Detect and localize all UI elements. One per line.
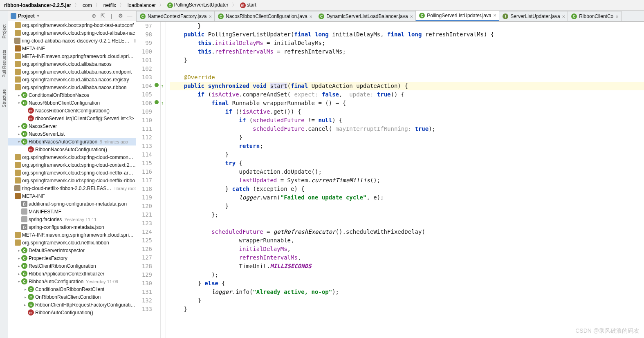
code-line[interactable]: } xyxy=(170,296,644,305)
caret-icon[interactable]: ▸ xyxy=(16,272,21,276)
gutter-marker[interactable] xyxy=(155,83,159,87)
tree-node[interactable]: mRibbonNacosAutoConfiguration() xyxy=(8,145,136,153)
tree-node[interactable]: org.springframework.cloud.alibaba.nacos.… xyxy=(8,68,136,76)
tree-node[interactable]: org.springframework.cloud.alibaba.nacos xyxy=(8,60,136,68)
tree-node[interactable]: ▸CConditionalOnRibbonNacos xyxy=(8,91,136,99)
code-line[interactable]: try { xyxy=(170,159,644,168)
tree-node[interactable]: mNacosRibbonClientConfiguration() xyxy=(8,107,136,114)
tree-node[interactable]: ▸CRestClientRibbonConfiguration xyxy=(8,262,136,270)
breadcrumb-item[interactable]: com xyxy=(82,2,93,8)
code-line[interactable] xyxy=(170,219,644,228)
code-line[interactable]: } xyxy=(170,150,644,159)
tree-node[interactable]: ▸CPropertiesFactory xyxy=(8,254,136,262)
caret-icon[interactable]: ▸ xyxy=(23,287,28,291)
tree-node[interactable]: org.springframework.cloud.alibaba.nacos.… xyxy=(8,76,136,83)
tree-node[interactable]: org.springframework.cloud:spring-cloud-a… xyxy=(8,29,136,37)
tree-node[interactable]: ▸CNacosServer xyxy=(8,122,136,130)
code-line[interactable]: } xyxy=(170,305,644,313)
code-line[interactable]: this.initialDelayMs = initialDelayMs; xyxy=(170,39,644,47)
breadcrumb-item[interactable]: CPollingServerListUpdater xyxy=(166,2,229,8)
code-line[interactable]: public synchronized void start(final Upd… xyxy=(170,82,644,90)
code-line[interactable]: updateAction.doUpdate(); xyxy=(170,168,644,176)
tree-node[interactable]: MANIFEST.MF xyxy=(8,208,136,215)
breadcrumb-item[interactable]: netflix xyxy=(103,2,117,8)
code-line[interactable]: logger.info("Already active, no-op"); xyxy=(170,288,644,296)
code-line[interactable]: scheduledFuture = getRefreshExecutor().s… xyxy=(170,228,644,236)
breadcrumb-item[interactable]: loadbalancer xyxy=(127,2,157,8)
code-line[interactable]: }; xyxy=(170,210,644,219)
close-icon[interactable]: × xyxy=(494,12,497,18)
gutter-marker[interactable] xyxy=(155,100,159,104)
code-line[interactable]: lastUpdated = System.currentTimeMillis()… xyxy=(170,176,644,185)
project-tree[interactable]: org.springframework.boot:spring-boot-tes… xyxy=(8,21,136,338)
code-line[interactable]: initialDelayMs, xyxy=(170,245,644,253)
tree-node[interactable]: org.springframework.cloud.alibaba.nacos.… xyxy=(8,83,136,91)
code-line[interactable]: } xyxy=(170,202,644,210)
tree-node[interactable]: {}spring-configuration-metadata.json xyxy=(8,223,136,231)
vertical-tab[interactable]: Project xyxy=(2,23,7,40)
vertical-tab[interactable]: Pull Requests xyxy=(2,48,7,79)
tree-node[interactable]: org.springframework.cloud:spring-cloud-n… xyxy=(8,177,136,184)
code-line[interactable]: } xyxy=(170,133,644,142)
caret-icon[interactable]: ▸ xyxy=(16,93,21,97)
caret-icon[interactable]: ▸ xyxy=(16,124,21,128)
code-line[interactable]: } xyxy=(170,56,644,65)
close-icon[interactable]: × xyxy=(310,13,313,20)
tree-node[interactable]: ▸CRibbonClientHttpRequestFactoryConfigur… xyxy=(8,301,136,309)
caret-icon[interactable]: ▾ xyxy=(16,140,21,144)
settings-icon[interactable]: ⚙ xyxy=(117,12,124,20)
tree-node[interactable]: ▸CNacosServerList xyxy=(8,130,136,138)
breadcrumb-item[interactable]: mstart xyxy=(239,2,257,8)
editor-tab[interactable]: IServerListUpdater.java× xyxy=(499,11,568,21)
code-line[interactable] xyxy=(170,65,644,73)
code-line[interactable]: @Override xyxy=(170,73,644,82)
code-line[interactable]: return; xyxy=(170,142,644,150)
collapse-all-icon[interactable]: ⇱ xyxy=(99,12,106,20)
code-content[interactable]: } public PollingServerListUpdater(final … xyxy=(166,22,644,338)
project-dropdown-arrow[interactable]: ▼ xyxy=(36,14,40,18)
caret-icon[interactable]: ▾ xyxy=(16,101,21,105)
code-line[interactable]: if (isActive.compareAndSet( expect: fals… xyxy=(170,90,644,99)
editor-tab[interactable]: CNacosRibbonClientConfiguration.java× xyxy=(214,11,315,21)
code-line[interactable]: TimeUnit.MILLISECONDS xyxy=(170,262,644,271)
caret-icon[interactable]: ▾ xyxy=(16,280,21,284)
tree-node[interactable]: ▸CDefaultServerIntrospector xyxy=(8,246,136,254)
code-line[interactable]: } else { xyxy=(170,279,644,288)
close-icon[interactable]: × xyxy=(410,13,413,20)
tree-node[interactable]: ▾CRibbonNacosAutoConfiguration9 minutes … xyxy=(8,138,136,145)
tree-node[interactable]: META-INF xyxy=(8,192,136,200)
code-line[interactable]: refreshIntervalMs, xyxy=(170,253,644,262)
tree-node[interactable]: ▸COnRibbonRestClientCondition xyxy=(8,293,136,301)
caret-icon[interactable]: ▸ xyxy=(16,248,21,253)
tree-node[interactable]: ▾CNacosRibbonClientConfiguration xyxy=(8,99,136,107)
code-line[interactable]: logger.warn("Failed one update cycle", e… xyxy=(170,193,644,202)
code-editor[interactable]: 979899100101102103104↑105106↑10911011111… xyxy=(136,22,644,338)
code-line[interactable]: this.refreshIntervalMs = refreshInterval… xyxy=(170,47,644,56)
caret-icon[interactable]: ▸ xyxy=(16,264,21,268)
tree-node[interactable]: META-INF.maven.org.springframework.cloud… xyxy=(8,231,136,239)
tree-node[interactable]: ▸CRibbonApplicationContextInitializer xyxy=(8,270,136,278)
tree-node[interactable]: org.springframework.boot:spring-boot-tes… xyxy=(8,21,136,29)
fold-bar[interactable] xyxy=(161,22,166,338)
tree-node[interactable]: mRibbonAutoConfiguration() xyxy=(8,309,136,316)
tree-node[interactable]: META-INF.maven.org.springframework.cloud… xyxy=(8,52,136,60)
tree-node[interactable]: org.springframework.cloud:spring-cloud-n… xyxy=(8,169,136,177)
caret-icon[interactable]: ▸ xyxy=(23,303,28,307)
tree-node[interactable]: spring.factoriesYesterday 11:11 xyxy=(8,215,136,223)
editor-tab[interactable]: CDynamicServerListLoadBalancer.java× xyxy=(315,11,416,21)
close-icon[interactable]: × xyxy=(615,13,619,20)
tree-node[interactable]: mribbonServerList(IClientConfig):ServerL… xyxy=(8,114,136,122)
vertical-tab[interactable]: Structure xyxy=(2,87,7,109)
code-line[interactable]: } catch (Exception e) { xyxy=(170,185,644,193)
caret-icon[interactable]: ▸ xyxy=(23,295,28,299)
tree-node[interactable]: {}additional-spring-configuration-metada… xyxy=(8,200,136,208)
code-line[interactable]: final Runnable wrapperRunnable = () → { xyxy=(170,99,644,107)
tree-node[interactable]: ▾CRibbonAutoConfigurationYesterday 11:09 xyxy=(8,278,136,285)
editor-tab[interactable]: CNamedContextFactory.java× xyxy=(136,11,215,21)
close-icon[interactable]: × xyxy=(209,13,212,20)
code-line[interactable]: public PollingServerListUpdater(final lo… xyxy=(170,30,644,39)
tree-node[interactable]: ▸CConditionalOnRibbonRestClient xyxy=(8,285,136,293)
code-line[interactable]: } xyxy=(170,22,644,30)
tree-node[interactable]: org.springframework.cloud:spring-cloud-c… xyxy=(8,153,136,161)
tree-node[interactable]: META-INF xyxy=(8,45,136,52)
